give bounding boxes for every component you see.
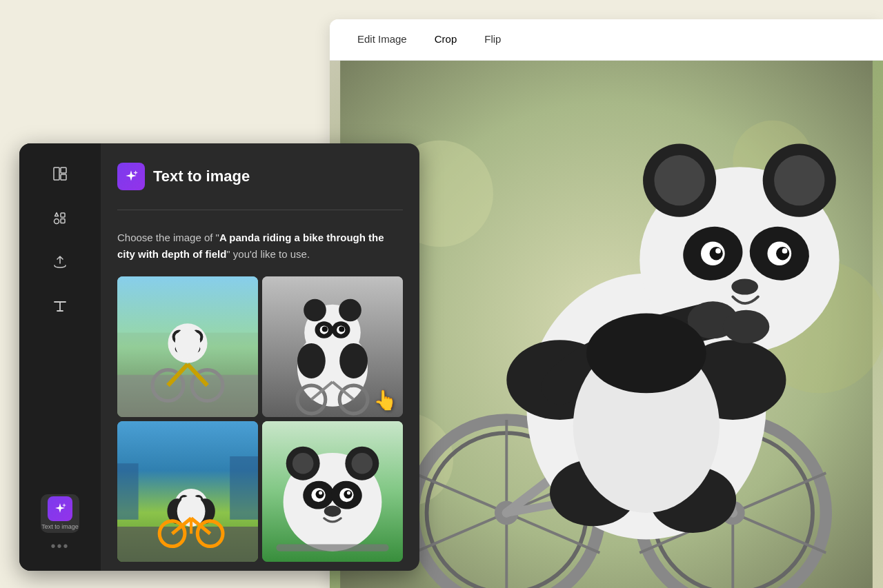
svg-point-52 [54, 219, 59, 224]
tab-edit-image[interactable]: Edit Image [344, 21, 421, 59]
grid-image-2[interactable]: 👆 [262, 276, 403, 417]
sidebar-item-upload[interactable] [41, 243, 79, 281]
panel-title: Text to image [153, 168, 250, 185]
svg-rect-87 [117, 463, 139, 520]
image-grid: 👆 [117, 276, 403, 562]
svg-point-73 [339, 299, 361, 322]
ai-icon-box [48, 496, 72, 521]
svg-point-80 [297, 343, 326, 378]
svg-point-35 [710, 247, 723, 260]
panda-image-4-svg [262, 421, 403, 562]
svg-rect-48 [54, 168, 59, 180]
panda-image-3-svg [117, 421, 258, 562]
sidebar-item-layout[interactable] [41, 154, 79, 193]
svg-point-79 [339, 326, 344, 332]
svg-point-64 [175, 327, 201, 358]
svg-point-81 [339, 343, 368, 378]
svg-rect-88 [230, 456, 258, 520]
svg-rect-49 [61, 168, 66, 173]
panel-ai-icon [117, 163, 145, 190]
panel-header: Text to image [117, 163, 403, 210]
ai-sparkle-icon [53, 502, 67, 516]
svg-point-43 [723, 310, 770, 343]
svg-rect-56 [117, 375, 258, 417]
sidebar-item-text-to-image[interactable]: Text to image [41, 494, 79, 533]
panda-image-1-svg [117, 276, 258, 417]
sidebar-item-text[interactable] [41, 287, 79, 325]
main-content-panel: Text to image Choose the image of "A pan… [101, 143, 419, 571]
layout-icon [52, 165, 68, 182]
svg-point-37 [715, 248, 721, 254]
elements-icon [52, 210, 68, 226]
svg-point-117 [324, 505, 341, 516]
svg-point-29 [654, 155, 704, 205]
prompt-text: A panda riding a bike through the city w… [117, 232, 384, 260]
tab-crop[interactable]: Crop [421, 21, 471, 59]
panel-description: Choose the image of "A panda riding a bi… [117, 230, 403, 263]
icon-sidebar: Text to image ••• [19, 143, 101, 571]
svg-point-36 [776, 247, 789, 260]
svg-rect-51 [61, 213, 65, 217]
text-to-image-label: Text to image [41, 524, 79, 531]
grid-image-1[interactable] [117, 276, 258, 417]
svg-point-78 [322, 326, 328, 332]
grid-image-3[interactable] [117, 421, 258, 562]
svg-rect-50 [61, 174, 66, 180]
svg-point-47 [586, 314, 706, 394]
grid-image-4[interactable] [262, 421, 403, 562]
more-options-button[interactable]: ••• [50, 538, 69, 554]
svg-point-30 [774, 155, 824, 205]
panel-sparkle-icon [123, 169, 139, 184]
left-panel: Text to image ••• Text to image Choose t… [19, 143, 419, 571]
svg-rect-53 [61, 219, 65, 223]
editor-toolbar: Edit Image Crop Flip [330, 19, 883, 61]
svg-point-107 [292, 453, 314, 474]
svg-point-38 [782, 248, 788, 254]
panda-image-2-svg [262, 276, 403, 417]
svg-point-115 [319, 491, 322, 494]
tab-flip[interactable]: Flip [470, 21, 515, 59]
svg-rect-89 [117, 527, 258, 562]
svg-point-116 [347, 491, 350, 494]
svg-point-39 [731, 278, 758, 294]
svg-rect-118 [276, 545, 388, 551]
upload-icon [52, 254, 68, 270]
svg-point-72 [304, 299, 326, 322]
svg-point-108 [352, 453, 373, 474]
text-icon [52, 298, 68, 314]
sidebar-item-elements[interactable] [41, 199, 79, 237]
